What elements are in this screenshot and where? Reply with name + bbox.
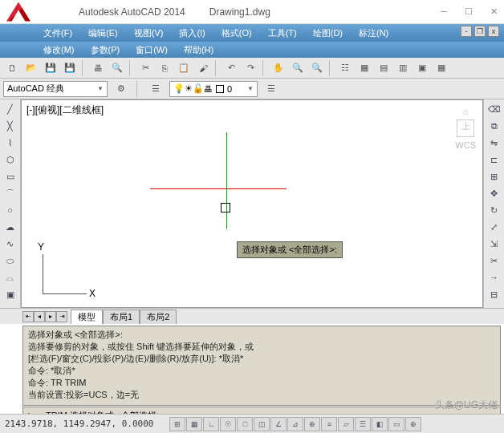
break-icon[interactable]: ⊟ xyxy=(486,286,503,302)
tpy-toggle-icon[interactable]: ▱ xyxy=(338,417,354,431)
mirror-icon[interactable]: ⇋ xyxy=(486,135,503,151)
workspace-combo[interactable]: AutoCAD 经典 ▼ xyxy=(3,81,108,97)
polyline-icon[interactable]: ⌇ xyxy=(2,135,19,151)
circle-icon[interactable]: ○ xyxy=(2,202,19,218)
ellipse-icon[interactable]: ⬭ xyxy=(2,253,19,269)
insert-block-icon[interactable]: ▣ xyxy=(2,286,19,302)
minimize-icon[interactable]: ─ xyxy=(441,6,447,17)
menu-window[interactable]: 窗口(W) xyxy=(128,44,176,56)
viewcube[interactable]: ⌂上 WCS xyxy=(455,107,476,150)
trim-icon[interactable]: ✂ xyxy=(486,253,503,269)
tab-first-icon[interactable]: ⇤ xyxy=(22,311,34,322)
maximize-icon[interactable]: ☐ xyxy=(465,6,473,17)
tab-layout1[interactable]: 布局1 xyxy=(103,310,140,324)
menu-dimension[interactable]: 标注(N) xyxy=(351,27,396,39)
viewport-label[interactable]: [-][俯视][二维线框] xyxy=(26,103,104,117)
tab-last-icon[interactable]: ⇥ xyxy=(56,311,67,322)
save-icon[interactable]: 💾 xyxy=(42,59,59,77)
xline-icon[interactable]: ╳ xyxy=(2,118,19,134)
erase-icon[interactable]: ⌫ xyxy=(486,101,503,117)
polygon-icon[interactable]: ⬡ xyxy=(2,152,19,168)
paste-icon[interactable]: 📋 xyxy=(175,59,193,77)
layer-props-icon[interactable]: ☰ xyxy=(147,80,165,98)
copy-icon[interactable]: ⎘ xyxy=(156,59,173,77)
preview-icon[interactable]: 🔍 xyxy=(108,59,126,77)
sun-icon: ☀ xyxy=(185,83,193,94)
stretch-icon[interactable]: ⇲ xyxy=(486,236,503,252)
lwt-toggle-icon[interactable]: ≡ xyxy=(321,417,337,431)
grid-toggle-icon[interactable]: ▦ xyxy=(186,417,202,431)
snap-toggle-icon[interactable]: ⊞ xyxy=(169,417,185,431)
dyn-toggle-icon[interactable]: ⊕ xyxy=(304,417,320,431)
rotate-icon[interactable]: ↻ xyxy=(486,202,503,218)
workspace-settings-icon[interactable]: ⚙ xyxy=(112,80,130,98)
plot-icon[interactable]: 🖶 xyxy=(89,59,107,77)
tool-palettes-icon[interactable]: ▤ xyxy=(375,59,392,77)
coordinates[interactable]: 2143.9718, 1149.2947, 0.0000 xyxy=(5,419,153,429)
menu-help[interactable]: 帮助(H) xyxy=(176,44,222,56)
zoom-icon[interactable]: 🔍 xyxy=(289,59,307,77)
offset-icon[interactable]: ⊏ xyxy=(486,152,503,168)
revcloud-icon[interactable]: ☁ xyxy=(2,219,19,235)
command-history[interactable]: 选择对象或 <全部选择>: 选择要修剪的对象，或按住 Shift 键选择要延伸的… xyxy=(22,326,501,406)
3dosnap-toggle-icon[interactable]: ◫ xyxy=(254,417,270,431)
undo-icon[interactable]: ↶ xyxy=(222,59,240,77)
doc-restore-icon[interactable]: ❐ xyxy=(474,26,486,37)
otrack-toggle-icon[interactable]: ∠ xyxy=(270,417,287,431)
sc-toggle-icon[interactable]: ◧ xyxy=(372,417,388,431)
ortho-toggle-icon[interactable]: ∟ xyxy=(203,417,219,431)
pan-icon[interactable]: ✋ xyxy=(270,59,287,77)
menu-params[interactable]: 参数(P) xyxy=(83,44,128,56)
annomonitor-icon[interactable]: ⊕ xyxy=(405,417,421,431)
qp-toggle-icon[interactable]: ☰ xyxy=(355,417,371,431)
sheet-set-icon[interactable]: ▥ xyxy=(394,59,412,77)
properties-icon[interactable]: ☷ xyxy=(336,59,354,77)
cut-icon[interactable]: ✂ xyxy=(136,59,154,77)
layer-combo[interactable]: 💡 ☀ 🔓 🖶 0 ▼ xyxy=(169,81,258,97)
ellipse-arc-icon[interactable]: ⌓ xyxy=(2,269,19,285)
extend-icon[interactable]: → xyxy=(486,269,503,285)
standard-toolbar: 🗋 📂 💾 💾 🖶 🔍 ✂ ⎘ 📋 🖌 ↶ ↷ ✋ 🔍 🔍 ☷ ▦ ▤ ▥ ▣ … xyxy=(0,58,504,79)
arc-icon[interactable]: ⌒ xyxy=(2,185,19,201)
drawing-canvas[interactable]: [-][俯视][二维线框] 选择对象或 <全部选择>: Y X ⌂上 WCS xyxy=(21,99,483,308)
polar-toggle-icon[interactable]: ☉ xyxy=(220,417,236,431)
tab-next-icon[interactable]: ▸ xyxy=(45,311,56,322)
ducs-toggle-icon[interactable]: ⊿ xyxy=(287,417,303,431)
menu-modify[interactable]: 修改(M) xyxy=(35,44,83,56)
menu-tools[interactable]: 工具(T) xyxy=(260,27,305,39)
menu-format[interactable]: 格式(O) xyxy=(213,27,260,39)
draw-toolbar: ╱ ╳ ⌇ ⬡ ▭ ⌒ ○ ☁ ∿ ⬭ ⌓ ▣ xyxy=(0,99,21,308)
close-icon[interactable]: ✕ xyxy=(490,6,498,17)
array-icon[interactable]: ⊞ xyxy=(486,168,503,184)
markup-icon[interactable]: ▣ xyxy=(413,59,431,77)
calc-icon[interactable]: ▦ xyxy=(433,59,450,77)
move-icon[interactable]: ✥ xyxy=(486,185,503,201)
menu-file[interactable]: 文件(F) xyxy=(35,27,80,39)
menu-view[interactable]: 视图(V) xyxy=(126,27,172,39)
spline-icon[interactable]: ∿ xyxy=(2,236,19,252)
saveas-icon[interactable]: 💾 xyxy=(61,59,79,77)
zoom-prev-icon[interactable]: 🔍 xyxy=(308,59,326,77)
model-toggle-icon[interactable]: ▭ xyxy=(388,417,404,431)
menu-edit[interactable]: 编辑(E) xyxy=(80,27,126,39)
tab-layout2[interactable]: 布局2 xyxy=(140,310,177,324)
new-icon[interactable]: 🗋 xyxy=(3,59,21,77)
match-icon[interactable]: 🖌 xyxy=(194,59,212,77)
layer-state-icon[interactable]: ☰ xyxy=(262,80,280,98)
copy-obj-icon[interactable]: ⧉ xyxy=(486,118,503,134)
menu-insert[interactable]: 插入(I) xyxy=(171,27,213,39)
design-center-icon[interactable]: ▦ xyxy=(356,59,373,77)
open-icon[interactable]: 📂 xyxy=(22,59,40,77)
line-icon[interactable]: ╱ xyxy=(2,101,19,117)
redo-icon[interactable]: ↷ xyxy=(242,59,259,77)
doc-close-icon[interactable]: x xyxy=(488,26,499,37)
workspace-value: AutoCAD 经典 xyxy=(7,83,64,95)
layout-tabs: ⇤ ◂ ▸ ⇥ 模型 布局1 布局2 xyxy=(0,308,504,324)
menu-draw[interactable]: 绘图(D) xyxy=(305,27,351,39)
tab-model[interactable]: 模型 xyxy=(71,310,103,324)
tab-prev-icon[interactable]: ◂ xyxy=(34,311,45,322)
scale-icon[interactable]: ⤢ xyxy=(486,219,503,235)
rectangle-icon[interactable]: ▭ xyxy=(2,168,19,184)
osnap-toggle-icon[interactable]: □ xyxy=(237,417,253,431)
doc-minimize-icon[interactable]: - xyxy=(461,26,472,37)
